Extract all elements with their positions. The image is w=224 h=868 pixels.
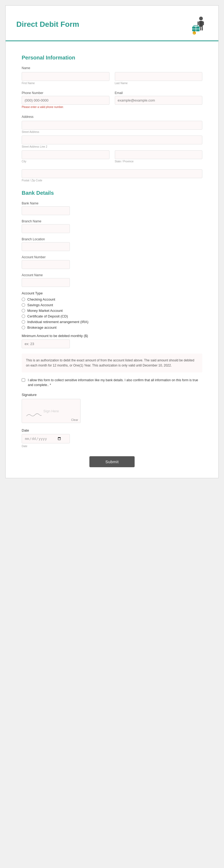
authorization-text: This is an authorization to debit the ex…	[22, 353, 202, 372]
street-address2-group: Street Address Line 2	[22, 135, 202, 148]
account-type-group: Account Type Checking Account Savings Ac…	[22, 291, 202, 330]
radio-brokerage[interactable]: Brokerage account	[22, 326, 202, 330]
branch-location-label: Branch Location	[22, 237, 202, 241]
email-group: Email	[115, 91, 202, 108]
header: Direct Debit Form $	[6, 6, 218, 41]
radio-savings-label: Savings Account	[27, 303, 53, 307]
account-number-input[interactable]	[22, 260, 70, 269]
name-row: First Name Last Name	[22, 72, 202, 87]
header-illustration: $	[186, 14, 208, 35]
bank-name-label: Bank Name	[22, 202, 202, 205]
phone-hint: Please enter a valid phone number.	[22, 105, 109, 108]
submit-section: Submit	[22, 456, 202, 467]
phone-label: Phone Number	[22, 91, 109, 95]
illustration-icon: $	[186, 14, 208, 35]
date-input[interactable]	[22, 434, 70, 443]
branch-location-input[interactable]	[22, 242, 70, 251]
bank-name-group: Bank Name	[22, 202, 202, 215]
account-name-input[interactable]	[22, 278, 70, 287]
radio-checking-label: Checking Account	[27, 298, 55, 301]
clear-button[interactable]: Clear	[71, 418, 78, 422]
svg-rect-4	[197, 22, 199, 25]
city-hint: City	[22, 160, 109, 163]
radio-cd[interactable]: Certificate of Deposit (CD)	[22, 314, 202, 318]
radio-cd-input[interactable]	[22, 314, 25, 318]
submit-button[interactable]: Submit	[89, 456, 135, 467]
zip-hint: Postal / Zip Code	[22, 179, 202, 182]
phone-email-row: Phone Number Please enter a valid phone …	[22, 91, 202, 111]
radio-cd-label: Certificate of Deposit (CD)	[27, 314, 68, 318]
svg-text:$: $	[193, 32, 195, 34]
date-label: Date	[22, 428, 202, 432]
radio-brokerage-input[interactable]	[22, 326, 25, 329]
branch-name-input[interactable]	[22, 224, 70, 233]
radio-money-market[interactable]: Money Market Account	[22, 309, 202, 313]
email-input[interactable]	[115, 96, 202, 105]
svg-point-0	[199, 17, 203, 20]
zip-group: Postal / Zip Code	[22, 169, 202, 182]
account-number-group: Account Number	[22, 255, 202, 269]
radio-checking-input[interactable]	[22, 298, 25, 301]
account-name-label: Account Name	[22, 273, 202, 277]
city-input[interactable]	[22, 150, 109, 159]
min-amount-label: Minimum Amount to be debited monthly ($)	[22, 334, 202, 338]
radio-ira-input[interactable]	[22, 320, 25, 323]
first-name-group: First Name	[22, 72, 109, 85]
min-amount-group: Minimum Amount to be debited monthly ($)	[22, 334, 202, 348]
branch-name-label: Branch Name	[22, 219, 202, 223]
personal-section: Personal Information Name First Name Las…	[22, 55, 202, 182]
sign-here-text: Sign Here	[43, 409, 59, 413]
radio-savings-input[interactable]	[22, 303, 25, 307]
street-address2-input[interactable]	[22, 135, 202, 145]
address-label-group: Address	[22, 115, 202, 120]
state-hint: State / Province	[115, 160, 202, 163]
street-address-input[interactable]	[22, 121, 202, 130]
svg-rect-5	[202, 22, 204, 25]
signature-squiggle-icon	[26, 412, 42, 417]
min-amount-input[interactable]	[22, 339, 70, 348]
bank-section-title: Bank Details	[22, 190, 202, 196]
date-input-wrapper	[22, 434, 70, 443]
radio-ira-label: Individual retirement arrangement (IRA)	[27, 320, 88, 324]
consent-checkbox[interactable]	[22, 378, 25, 382]
address-label: Address	[22, 115, 202, 119]
branch-name-group: Branch Name	[22, 219, 202, 233]
first-name-hint: First Name	[22, 82, 109, 85]
state-group: State / Province	[115, 150, 202, 163]
form-container: Personal Information Name First Name Las…	[6, 41, 218, 478]
svg-rect-3	[202, 27, 203, 31]
last-name-group: Last Name	[115, 72, 202, 85]
signature-box[interactable]: Sign Here Clear	[22, 399, 81, 423]
last-name-hint: Last Name	[115, 82, 202, 85]
city-group: City	[22, 150, 109, 163]
bank-name-input[interactable]	[22, 206, 70, 215]
signature-label: Signature	[22, 393, 202, 397]
name-label: Name	[22, 66, 202, 70]
radio-ira[interactable]: Individual retirement arrangement (IRA)	[22, 320, 202, 324]
svg-rect-1	[199, 21, 203, 27]
consent-group[interactable]: I allow this form to collect sensitive i…	[22, 378, 202, 388]
personal-section-title: Personal Information	[22, 55, 202, 61]
state-input[interactable]	[115, 150, 202, 159]
radio-money-market-input[interactable]	[22, 309, 25, 312]
account-name-group: Account Name	[22, 273, 202, 287]
phone-group: Phone Number Please enter a valid phone …	[22, 91, 109, 108]
radio-savings[interactable]: Savings Account	[22, 303, 202, 307]
first-name-input[interactable]	[22, 72, 109, 81]
date-group: Date Date	[22, 428, 202, 448]
date-hint: Date	[22, 445, 27, 448]
consent-label: I allow this form to collect sensitive i…	[28, 378, 202, 388]
bank-section: Bank Details Bank Name Branch Name Branc…	[22, 190, 202, 348]
account-number-label: Account Number	[22, 255, 202, 259]
email-label: Email	[115, 91, 202, 95]
radio-money-market-label: Money Market Account	[27, 309, 63, 313]
name-label-group: Name	[22, 66, 202, 71]
branch-location-group: Branch Location	[22, 237, 202, 251]
street-address-group: Street Address	[22, 121, 202, 133]
radio-checking[interactable]: Checking Account	[22, 298, 202, 301]
last-name-input[interactable]	[115, 72, 202, 81]
signature-section: Signature Sign Here Clear	[22, 393, 202, 423]
zip-input[interactable]	[22, 169, 202, 178]
phone-input[interactable]	[22, 96, 109, 105]
city-state-row: City State / Province	[22, 150, 202, 165]
